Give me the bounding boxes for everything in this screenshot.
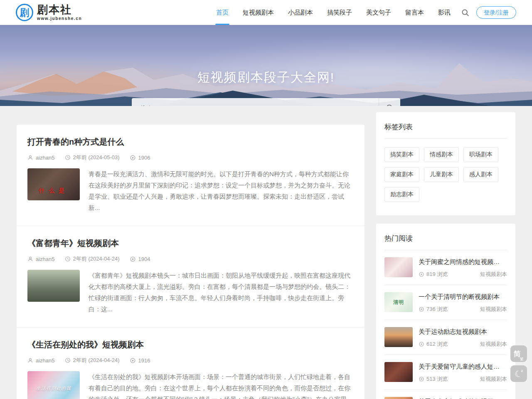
nav-item-home[interactable]: 首页: [216, 0, 229, 25]
hot-item-views: 513 浏览: [419, 375, 448, 383]
tag-family[interactable]: 家庭剧本: [384, 167, 419, 182]
article-thumbnail[interactable]: 什么是: [27, 168, 80, 200]
hot-reads-title: 热门阅读: [384, 234, 507, 250]
nav-item-guestbook[interactable]: 留言本: [405, 0, 424, 25]
thumbnail-caption: 清明: [393, 299, 404, 306]
nav-item-essays[interactable]: 美文句子: [366, 0, 391, 25]
article-views: 1906: [130, 155, 150, 161]
view-count: 1916: [138, 357, 150, 364]
user-icon: [27, 256, 33, 262]
hot-item-category[interactable]: 短视频剧本: [480, 375, 507, 383]
eye-icon: [419, 271, 424, 277]
login-register-button[interactable]: 登录/注册: [476, 6, 516, 19]
hot-item-title[interactable]: 关于运动励志短视频剧本: [419, 328, 507, 336]
hot-thumbnail[interactable]: 清明: [384, 292, 413, 312]
site-logo[interactable]: 剧 剧本社 www.jubenshe.cn: [16, 4, 82, 21]
article-time: 2年前 (2024-04-24): [65, 357, 120, 364]
hot-item-1: 关于闺蜜之间情感的短视频… 819 浏览 短视频剧本: [384, 250, 507, 285]
clock-icon: [65, 357, 71, 363]
tag-workplace[interactable]: 职场剧本: [463, 147, 498, 162]
hot-item-category[interactable]: 短视频剧本: [480, 305, 507, 313]
article-meta: aizhan5 2年前 (2024-04-24) 1904: [27, 255, 354, 263]
nav-item-sketch-scripts[interactable]: 小品剧本: [288, 0, 313, 25]
article-views: 1904: [130, 256, 150, 262]
nav-item-movie-news[interactable]: 影讯: [438, 0, 451, 25]
article-title[interactable]: 《富都青年》短视频剧本: [27, 238, 354, 249]
article-meta: aizhan5 2年前 (2024-04-24) 1916: [27, 357, 354, 364]
nav-item-funny-jokes[interactable]: 搞笑段子: [327, 0, 352, 25]
article-body: 什么是 青春是一段充满活力、激情和无限可能的时光。以下是打开青春的N种方式，每种…: [27, 168, 354, 213]
hot-item-category[interactable]: 短视频剧本: [480, 271, 507, 278]
article-title[interactable]: 《生活在别处的我》短视频剧本: [27, 339, 354, 350]
hot-thumbnail[interactable]: [384, 362, 413, 382]
tag-list-card: 标签列表 搞笑剧本 情感剧本 职场剧本 家庭剧本 儿童剧本 感人剧本 励志剧本: [376, 112, 515, 215]
hot-item-title[interactable]: 一个关于清明节的断视频剧本: [419, 293, 507, 301]
simplified-label: 简: [514, 350, 521, 357]
hot-thumbnail[interactable]: [384, 257, 413, 277]
article-views: 1916: [130, 357, 150, 364]
dark-mode-toggle[interactable]: ☾z: [510, 365, 527, 382]
hot-item-title[interactable]: 关于闺蜜之间情感的短视频…: [419, 258, 507, 266]
content-wrapper: 打开青春的n种方式是什么 aizhan5 2年前 (2024-05-03) 19…: [17, 106, 515, 399]
hero-search-bar: [132, 98, 400, 106]
thumbnail-caption: 什么是: [39, 187, 69, 195]
hot-thumbnail[interactable]: [384, 397, 413, 399]
article-time: 2年前 (2024-04-24): [65, 255, 120, 263]
article-item-2: 《富都青年》短视频剧本 aizhan5 2年前 (2024-04-24) 190…: [17, 226, 365, 327]
publish-time: 2年前 (2024-04-24): [73, 255, 120, 263]
hero-search-button[interactable]: [379, 98, 400, 106]
hot-item-category[interactable]: 短视频剧本: [480, 340, 507, 348]
hot-reads-card: 热门阅读 关于闺蜜之间情感的短视频… 819 浏览 短视频剧本: [376, 224, 515, 399]
traditional-label: 繁: [520, 357, 524, 362]
simplified-traditional-toggle[interactable]: 简繁: [510, 345, 527, 362]
article-excerpt: 青春是一段充满活力、激情和无限可能的时光。以下是打开青春的N种方式，每种方式都能…: [89, 168, 354, 213]
tag-funny[interactable]: 搞笑剧本: [384, 147, 419, 162]
tag-list-title: 标签列表: [384, 122, 507, 139]
site-domain: www.jubenshe.cn: [37, 17, 82, 21]
mountain-background: [0, 25, 532, 106]
article-meta: aizhan5 2年前 (2024-05-03) 1906: [27, 154, 354, 161]
user-icon: [27, 155, 33, 160]
eye-icon: [130, 357, 136, 364]
author-name[interactable]: aizhan5: [36, 155, 55, 161]
article-title[interactable]: 打开青春的n种方式是什么: [27, 136, 354, 148]
site-name: 剧本社: [37, 4, 82, 15]
hot-item-meta: 736 浏览 短视频剧本: [419, 305, 507, 313]
author-name[interactable]: aizhan5: [36, 256, 55, 262]
search-icon[interactable]: [461, 8, 470, 17]
author-name[interactable]: aizhan5: [36, 357, 55, 364]
eye-icon: [419, 341, 424, 347]
sidebar: 标签列表 搞笑剧本 情感剧本 职场剧本 家庭剧本 儿童剧本 感人剧本 励志剧本 …: [376, 112, 515, 399]
hot-item-title[interactable]: 关于关爱留守儿童的感人短…: [419, 363, 507, 371]
hot-thumbnail[interactable]: [384, 327, 413, 347]
article-excerpt: 《富都青年》短视频剧本镜头一：城市日出画面：朝阳从地平线缓缓升起，映照在富都这座…: [89, 270, 354, 315]
user-icon: [27, 357, 33, 363]
hero-search-input[interactable]: [132, 98, 379, 106]
article-excerpt: 《生活在别处的我》短视频剧本开场画面：场景：一个普通的城市街景，人们忙碌地走着，…: [89, 371, 354, 399]
publish-time: 2年前 (2024-05-03): [73, 154, 120, 161]
article-thumbnail[interactable]: [27, 270, 80, 302]
eye-icon: [130, 155, 136, 161]
hero-title: 短视频剧本段子大全网!: [0, 69, 532, 86]
eye-icon: [130, 256, 136, 262]
article-item-3: 《生活在别处的我》短视频剧本 aizhan5 2年前 (2024-04-24) …: [17, 327, 365, 399]
tag-touching[interactable]: 感人剧本: [463, 167, 498, 182]
view-count: 1906: [138, 155, 150, 161]
tag-inspirational[interactable]: 励志剧本: [384, 187, 419, 202]
hot-item-views: 736 浏览: [419, 305, 448, 313]
eye-icon: [419, 376, 424, 382]
article-thumbnail[interactable]: 生活在别处的我: [27, 371, 80, 399]
hot-item-3: 关于运动励志短视频剧本 612 浏览 短视频剧本: [384, 320, 507, 355]
logo-icon: 剧: [16, 4, 33, 21]
article-author: aizhan5: [27, 256, 55, 262]
top-navbar: 剧 剧本社 www.jubenshe.cn 首页 短视频剧本 小品剧本 搞笑段子…: [0, 0, 532, 25]
tag-emotion[interactable]: 情感剧本: [424, 147, 459, 162]
view-count: 1904: [138, 256, 150, 262]
article-list: 打开青春的n种方式是什么 aizhan5 2年前 (2024-05-03) 19…: [17, 125, 365, 399]
clock-icon: [65, 155, 71, 160]
tag-children[interactable]: 儿童剧本: [424, 167, 459, 182]
nav-item-short-video-scripts[interactable]: 短视频剧本: [243, 0, 274, 25]
hot-item-4: 关于关爱留守儿童的感人短… 513 浏览 短视频剧本: [384, 355, 507, 390]
main-nav: 首页 短视频剧本 小品剧本 搞笑段子 美文句子 留言本 影讯 登录/注册: [209, 0, 516, 25]
clock-icon: [65, 256, 71, 262]
